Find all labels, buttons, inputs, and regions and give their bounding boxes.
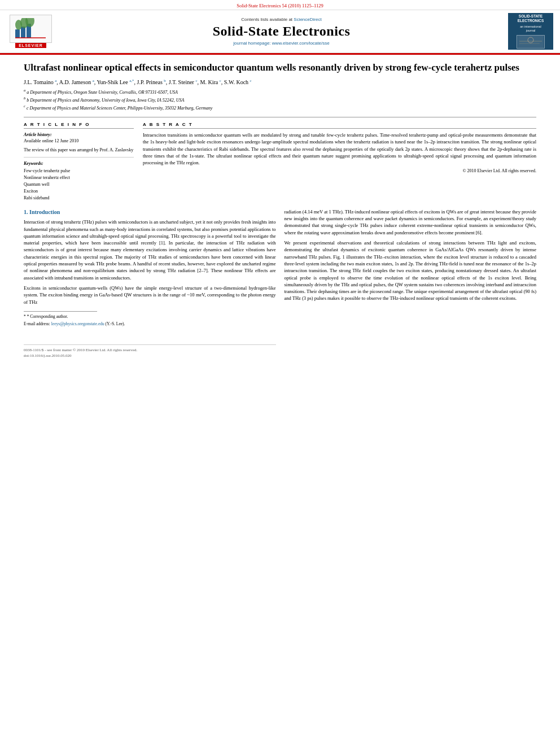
footnote-divider: [24, 311, 97, 312]
content-area: Ultrafast nonlinear optical effects in s…: [0, 55, 560, 365]
affiliation-a: a a Department of Physics, Oregon State …: [24, 88, 536, 95]
article-title: Ultrafast nonlinear optical effects in s…: [24, 62, 536, 74]
journal-banner: ELSEVIER Contents lists available at Sci…: [0, 10, 560, 53]
review-note: The review of this paper was arranged by…: [24, 147, 134, 153]
elsevier-footer: 0038-1101/$ - see front matter © 2010 El…: [24, 347, 276, 359]
keyword-1: Few-cycle terahertz pulse: [24, 168, 134, 174]
two-col-section: A R T I C L E I N F O Article history: A…: [24, 117, 536, 202]
keyword-4: Exciton: [24, 188, 134, 195]
main-body: 1. Introduction Interaction of strong te…: [24, 208, 536, 359]
top-reference: Solid-State Electronics 54 (2010) 1125–1…: [0, 0, 560, 10]
article-history: Article history: Available online 12 Jun…: [24, 132, 134, 202]
history-label: Article history:: [24, 132, 134, 138]
svg-rect-1: [21, 27, 25, 38]
keyword-2: Nonlinear terahertz effect: [24, 174, 134, 181]
contents-available: Contents lists available at ScienceDirec…: [66, 17, 497, 22]
keyword-3: Quantum well: [24, 181, 134, 188]
keyword-5: Rabi sideband: [24, 195, 134, 202]
abstract-label: A B S T R A C T: [143, 122, 536, 129]
available-online: Available online 12 June 2010: [24, 138, 134, 144]
journal-title-main: Solid-State Electronics: [66, 24, 497, 39]
journal-homepage: journal homepage: www.elsevier.com/locat…: [66, 41, 497, 46]
right-para-1: radiation (4.14 meV at 1 THz). THz-induc…: [285, 208, 537, 236]
right-para-2: We present experimental observations and…: [285, 239, 537, 302]
elsevier-logo-box: [10, 15, 52, 43]
logo-cover-svg: [518, 36, 543, 48]
elsevier-wordmark: ELSEVIER: [15, 43, 46, 48]
top-ref-text: Solid-State Electronics 54 (2010) 1125–1…: [237, 3, 323, 8]
article-info-label: A R T I C L E I N F O: [24, 122, 134, 129]
article-info-col: A R T I C L E I N F O Article history: A…: [24, 122, 134, 202]
keywords-label: Keywords:: [24, 160, 134, 167]
svg-rect-0: [15, 29, 20, 38]
intro-para-2: Excitons in semiconductor quantum-wells …: [24, 285, 276, 305]
affiliations: a a Department of Physics, Oregon State …: [24, 88, 536, 111]
elsevier-logo: ELSEVIER: [7, 15, 55, 48]
journal-logo-right: SOLID-STATE ELECTRONICS an international…: [508, 13, 553, 50]
bottom-divider: [24, 344, 276, 345]
elsevier-logo-svg: [14, 18, 48, 40]
abstract-text: Intraexciton transitions in semiconducto…: [143, 132, 536, 167]
section-1-heading: 1. Introduction: [24, 208, 276, 217]
body-right-col: radiation (4.14 meV at 1 THz). THz-induc…: [285, 208, 537, 359]
journal-center: Contents lists available at ScienceDirec…: [55, 17, 508, 46]
body-left-col: 1. Introduction Interaction of strong te…: [24, 208, 276, 359]
journal-header: Solid-State Electronics 54 (2010) 1125–1…: [0, 0, 560, 55]
affiliation-c: c c Department of Physics and Material S…: [24, 103, 536, 111]
copyright: © 2010 Elsevier Ltd. All rights reserved…: [143, 168, 536, 173]
authors-line: J.L. Tomaino a, A.D. Jameson a, Yun-Shik…: [24, 78, 536, 85]
logo-right-text: SOLID-STATE ELECTRONICS an international…: [518, 14, 544, 33]
intro-para-1: Interaction of strong terahertz (THz) pu…: [24, 219, 276, 281]
corresponding-note: * * Corresponding author.: [24, 314, 276, 320]
logo-right-image: [517, 35, 545, 49]
affiliation-b: b b Department of Physics and Astronomy,…: [24, 95, 536, 103]
email-note: E-mail address: leeys@physics.oregonstat…: [24, 321, 276, 327]
abstract-col: A B S T R A C T Intraexciton transitions…: [143, 122, 536, 202]
